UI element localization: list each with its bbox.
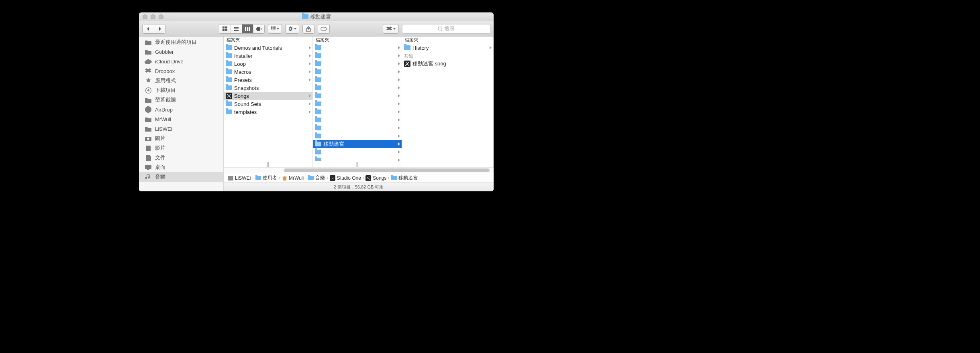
status-bar: 2 個項目，56.82 GB 可用 xyxy=(224,183,494,191)
list-item[interactable] xyxy=(313,52,402,60)
tags-button[interactable] xyxy=(318,24,330,34)
sidebar-item-movies[interactable]: 影片 xyxy=(139,143,223,153)
horizontal-scrollbar[interactable] xyxy=(224,167,494,173)
list-item[interactable]: 移動迷宮.song xyxy=(402,60,493,68)
list-item[interactable]: History xyxy=(402,44,493,52)
sidebar-item-liswei[interactable]: LiSWEi xyxy=(139,124,223,134)
list-item[interactable]: Sound Sets xyxy=(224,100,312,108)
chevron-right-icon xyxy=(398,102,400,105)
list-item[interactable] xyxy=(313,100,402,108)
share-button[interactable] xyxy=(302,24,314,34)
cloud-icon xyxy=(145,59,152,64)
list-item[interactable] xyxy=(313,124,402,132)
list-item[interactable]: Snapshots xyxy=(224,84,312,92)
sidebar-item-gobbler[interactable]: Gobbler xyxy=(139,47,223,57)
list-item[interactable] xyxy=(313,108,402,116)
column-header[interactable]: 檔案夾 xyxy=(402,37,494,43)
sidebar-item-desktop[interactable]: 桌面 xyxy=(139,162,223,172)
chevron-right-icon xyxy=(398,62,400,65)
column-view-button[interactable] xyxy=(242,24,253,33)
sidebar-item-dropbox[interactable]: Dropbox xyxy=(139,66,223,76)
list-item[interactable]: Songs xyxy=(224,92,312,100)
sidebar-item-applications[interactable]: 應用程式 xyxy=(139,76,223,85)
list-item[interactable] xyxy=(313,116,402,124)
dropbox-button[interactable] xyxy=(383,24,399,34)
path-segment[interactable]: 移動迷宮 xyxy=(391,174,418,181)
path-segment[interactable]: 使用者 xyxy=(255,174,277,181)
chevron-right-icon xyxy=(398,150,400,154)
column-headers: 檔案夾 檔案夾 檔案夾 xyxy=(224,37,494,43)
list-item[interactable] xyxy=(313,60,402,68)
path-label: Songs xyxy=(373,175,386,181)
back-button[interactable] xyxy=(143,24,154,33)
arrange-button[interactable] xyxy=(268,24,282,34)
list-item[interactable] xyxy=(313,92,402,100)
path-segment[interactable]: MrWuli xyxy=(282,175,304,181)
zoom-button[interactable] xyxy=(159,14,163,19)
list-item[interactable]: Macros xyxy=(224,68,312,76)
svg-rect-30 xyxy=(145,146,146,151)
action-button[interactable] xyxy=(285,24,299,34)
folder-icon xyxy=(308,176,314,180)
path-segment[interactable]: Studio One xyxy=(330,175,361,181)
sidebar-item-mrwuli[interactable]: MrWuli xyxy=(139,114,223,124)
column-1[interactable]: Demos and Tutorials Installer Loop xyxy=(224,43,313,167)
sidebar-item-music[interactable]: 音樂 xyxy=(139,172,223,182)
list-item[interactable]: Loop xyxy=(224,60,312,68)
column-header[interactable]: 檔案夾 xyxy=(313,37,402,43)
svg-rect-2 xyxy=(223,29,225,31)
scrollbar-thumb[interactable] xyxy=(284,168,490,172)
path-label: 移動迷宮 xyxy=(398,174,418,181)
minimize-button[interactable] xyxy=(151,14,155,19)
list-item[interactable]: Presets xyxy=(224,76,312,84)
sidebar-item-label: 螢幕截圖 xyxy=(155,96,176,103)
list-item[interactable]: templates xyxy=(224,108,312,116)
list-item[interactable]: Demos and Tutorials xyxy=(224,44,312,52)
list-item[interactable] xyxy=(313,84,402,92)
list-item[interactable]: 移動迷宮 xyxy=(313,140,402,148)
icon-view-button[interactable] xyxy=(219,24,231,33)
item-label: templates xyxy=(234,109,307,115)
column-resize-handle[interactable]: ‖ xyxy=(224,161,312,167)
sidebar-item-icloud[interactable]: iCloud Drive xyxy=(139,57,223,66)
sidebar-item-screenshots[interactable]: 螢幕截圖 xyxy=(139,95,223,105)
chevron-down-icon xyxy=(294,28,296,30)
gallery-view-button[interactable] xyxy=(253,24,264,33)
chevron-right-icon xyxy=(309,46,311,49)
folder-icon xyxy=(226,45,232,50)
search-icon xyxy=(438,26,443,31)
list-item[interactable] xyxy=(313,132,402,140)
path-segment[interactable]: LiSWEi xyxy=(228,175,251,181)
svg-rect-29 xyxy=(145,146,151,151)
forward-button[interactable] xyxy=(154,24,165,33)
folder-icon xyxy=(315,69,321,74)
folder-icon xyxy=(302,14,308,19)
list-view-button[interactable] xyxy=(231,24,242,33)
sidebar-item-label: 圖片 xyxy=(155,135,165,142)
sidebar-item-documents[interactable]: 文件 xyxy=(139,153,223,162)
status-text: 2 個項目，56.82 GB 可用 xyxy=(334,184,384,190)
item-label: Loop xyxy=(234,61,307,67)
column-resize-handle[interactable]: ‖ xyxy=(313,161,402,167)
list-item[interactable] xyxy=(313,76,402,84)
column-3[interactable]: History 其他 移動迷宮.song xyxy=(402,43,494,167)
column-2[interactable]: 移動迷宮‖ xyxy=(313,43,402,167)
path-segment[interactable]: Songs xyxy=(365,175,386,181)
list-item[interactable] xyxy=(313,44,402,52)
svg-point-28 xyxy=(147,138,149,140)
column-header[interactable]: 檔案夾 xyxy=(224,37,313,43)
close-button[interactable] xyxy=(143,14,147,19)
list-item[interactable] xyxy=(313,148,402,156)
sidebar-item-label: 音樂 xyxy=(155,173,165,181)
sidebar-item-downloads[interactable]: 下載項目 xyxy=(139,85,223,95)
list-item[interactable] xyxy=(313,68,402,76)
path-segment[interactable]: 音樂 xyxy=(308,174,325,181)
search-input[interactable]: 搜尋 xyxy=(402,24,490,34)
sidebar-item-airdrop[interactable]: AirDrop xyxy=(139,105,223,114)
chevron-right-icon xyxy=(398,110,400,114)
list-item[interactable]: Installer xyxy=(224,52,312,60)
svg-rect-5 xyxy=(234,28,239,29)
sidebar-item-pictures[interactable]: 圖片 xyxy=(139,134,223,143)
svg-rect-0 xyxy=(223,26,225,28)
sidebar-item-recents[interactable]: 最近使用過的項目 xyxy=(139,37,223,47)
